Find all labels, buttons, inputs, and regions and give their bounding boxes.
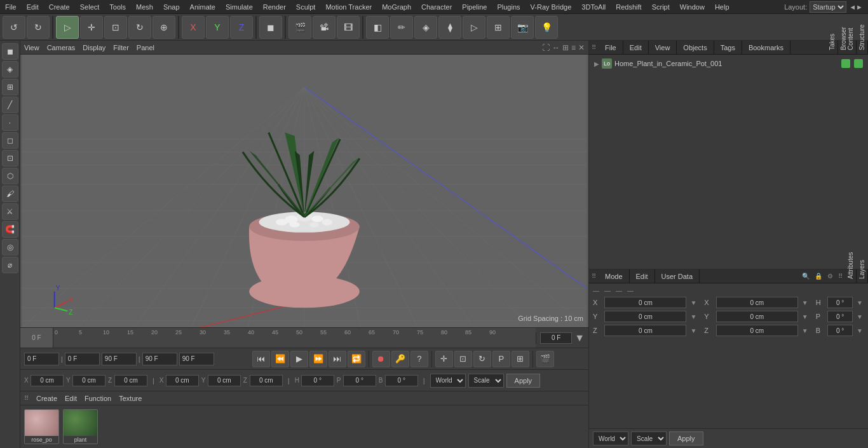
auto-key-button[interactable]: 🔑	[391, 351, 409, 367]
om-tab-objects[interactable]: Objects	[677, 41, 714, 54]
play-button[interactable]: ▶	[290, 351, 308, 367]
light-btn[interactable]: 💡	[535, 16, 558, 39]
viewport-menu-display[interactable]: Display	[83, 44, 105, 51]
undo-button[interactable]: ↺	[3, 16, 25, 39]
object-btn[interactable]: ◧	[366, 16, 389, 39]
menu-pipeline[interactable]: Pipeline	[457, 2, 492, 12]
menu-file[interactable]: File	[0, 2, 22, 12]
y-axis-button[interactable]: Y	[206, 16, 229, 39]
menu-script[interactable]: Script	[647, 2, 675, 12]
polygon-mode-btn[interactable]: ⊞	[2, 79, 18, 95]
paint-btn[interactable]: 🖌	[2, 186, 18, 202]
playback-end-frame[interactable]	[142, 353, 177, 365]
menu-mograph[interactable]: MoGraph	[377, 2, 416, 12]
menu-help[interactable]: Help	[710, 2, 735, 12]
attr-x2-input[interactable]	[716, 297, 798, 308]
viewport-icon-arrow[interactable]: ↔	[552, 43, 560, 52]
x-pos-input[interactable]	[31, 375, 64, 386]
attr-z2-input[interactable]	[716, 325, 798, 336]
om-tab-content-browser[interactable]: Content Browser	[838, 41, 857, 54]
mat-menu-texture[interactable]: Texture	[119, 395, 142, 402]
om-tab-structure[interactable]: Structure	[857, 41, 868, 54]
playback-preview-start[interactable]	[102, 353, 137, 365]
attr-menu-userdata[interactable]: User Data	[655, 269, 700, 283]
y-pos-input[interactable]	[72, 375, 105, 386]
menu-select[interactable]: Select	[75, 2, 105, 12]
motion-clip-button[interactable]: ?	[410, 351, 428, 367]
move-tool-button[interactable]: ✛	[80, 16, 103, 39]
attr-b-input[interactable]	[827, 325, 853, 336]
x-axis-button[interactable]: X	[182, 16, 205, 39]
attr-world-select[interactable]: World	[593, 431, 628, 445]
move-tool-pb[interactable]: ✛	[435, 351, 453, 367]
matrix-btn[interactable]: ⊞	[487, 16, 510, 39]
attr-scale-select[interactable]: Scale	[631, 431, 667, 445]
mat-menu-create[interactable]: Create	[36, 395, 57, 402]
attr-icon-gear[interactable]: ⚙	[825, 269, 836, 283]
attr-p-input[interactable]	[827, 311, 853, 322]
menu-redshift[interactable]: Redshift	[611, 2, 646, 12]
scale-dropdown[interactable]: Scale	[468, 374, 504, 388]
object-mode-btn[interactable]: ◻	[2, 132, 18, 149]
effectors-btn[interactable]: ▷	[463, 16, 485, 39]
z-size-input[interactable]	[250, 375, 283, 386]
om-tab-file[interactable]: File	[599, 41, 623, 54]
om-tab-takes[interactable]: Takes	[827, 41, 838, 54]
menu-vray[interactable]: V-Ray Bridge	[526, 2, 577, 12]
viewport-menu-view[interactable]: View	[24, 44, 39, 51]
attr-icon-dots[interactable]: ⠿	[836, 269, 845, 283]
timeline-ruler[interactable]: 0 5 10 15 20 25 30 35 40 45 50 55 60 65 …	[53, 328, 536, 348]
om-tab-edit[interactable]: Edit	[623, 41, 649, 54]
edge-mode-btn[interactable]: ╱	[2, 97, 18, 113]
obj-mode-button[interactable]: ◼	[259, 16, 282, 39]
sculpt-btn[interactable]: ◎	[2, 239, 18, 255]
attr-y2-input[interactable]	[716, 311, 798, 322]
render-picture-button[interactable]: 📽	[313, 16, 336, 39]
menu-snap[interactable]: Snap	[158, 2, 185, 12]
point-mode-btn[interactable]: ·	[2, 114, 18, 131]
poly-select-btn[interactable]: ⬡	[2, 168, 18, 184]
step-forward-button[interactable]: ⏩	[309, 351, 327, 367]
om-tab-bookmarks[interactable]: Bookmarks	[742, 41, 790, 54]
viewport-icon-expand[interactable]: ⊞	[562, 43, 569, 52]
om-tab-tags[interactable]: Tags	[714, 41, 742, 54]
playback-current-frame[interactable]	[24, 353, 59, 365]
record-button[interactable]: ⏺	[372, 351, 390, 367]
object-visibility-green2[interactable]	[854, 59, 863, 68]
goto-end-button[interactable]: ⏭	[329, 351, 346, 367]
viewport-icon-settings[interactable]: ≡	[571, 43, 576, 52]
x-size-input[interactable]	[166, 375, 199, 386]
b-angle-input[interactable]	[385, 375, 418, 386]
layout-dropdown[interactable]: Startup	[810, 1, 846, 13]
playback-start-frame[interactable]	[65, 353, 100, 365]
menu-3dtoall[interactable]: 3DToAll	[576, 2, 611, 12]
snap-tool-pb[interactable]: P	[492, 351, 510, 367]
viewport-icon-close[interactable]: ✕	[578, 43, 585, 52]
viewport-menu-filter[interactable]: Filter	[113, 44, 128, 51]
deform-btn[interactable]: ⧫	[438, 16, 461, 39]
viewport-menu-cameras[interactable]: Cameras	[47, 44, 76, 51]
material-rose-po[interactable]: rose_po	[24, 409, 59, 444]
texture-mode-btn[interactable]: ◈	[2, 61, 18, 78]
select-tool-button[interactable]: ▷	[56, 16, 79, 39]
attr-menu-mode[interactable]: Mode	[599, 269, 630, 283]
attr-apply-button[interactable]: Apply	[669, 431, 703, 445]
h-angle-input[interactable]	[301, 375, 334, 386]
viewport-icon-lock[interactable]: ⛶	[542, 43, 550, 52]
pen-btn[interactable]: ✏	[390, 16, 413, 39]
layout-selector[interactable]: Layout: Startup ◄ ►	[779, 1, 868, 13]
knife-btn[interactable]: ⚔	[2, 203, 18, 220]
timeline-frame-input[interactable]	[540, 332, 572, 344]
menu-tools[interactable]: Tools	[104, 2, 131, 12]
transform-button[interactable]: ⊕	[153, 16, 175, 39]
attr-x-input[interactable]	[604, 297, 686, 308]
attr-z-input[interactable]	[604, 325, 686, 336]
menu-window[interactable]: Window	[675, 2, 710, 12]
spline-btn[interactable]: ◈	[414, 16, 437, 39]
world-dropdown[interactable]: World	[430, 374, 466, 388]
z-axis-button[interactable]: Z	[230, 16, 253, 39]
box-select-btn[interactable]: ⊡	[2, 150, 18, 166]
menu-create[interactable]: Create	[44, 2, 75, 12]
attr-menu-edit[interactable]: Edit	[630, 269, 655, 283]
menu-simulate[interactable]: Simulate	[220, 2, 258, 12]
